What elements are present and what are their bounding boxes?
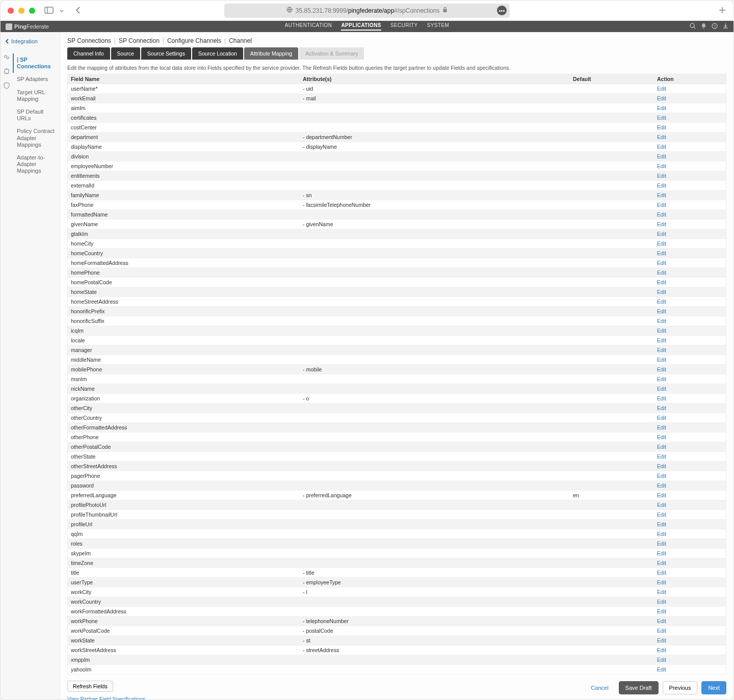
edit-link[interactable]: Edit bbox=[657, 386, 666, 392]
edit-link[interactable]: Edit bbox=[657, 599, 666, 605]
edit-link[interactable]: Edit bbox=[657, 231, 666, 237]
edit-link[interactable]: Edit bbox=[657, 318, 666, 324]
edit-link[interactable]: Edit bbox=[657, 560, 666, 566]
close-window-icon[interactable] bbox=[8, 8, 14, 14]
save-draft-button[interactable]: Save Draft bbox=[619, 681, 659, 694]
edit-link[interactable]: Edit bbox=[657, 415, 666, 421]
edit-link[interactable]: Edit bbox=[657, 424, 666, 430]
search-icon[interactable] bbox=[690, 23, 696, 30]
edit-link[interactable]: Edit bbox=[657, 434, 666, 440]
nav-applications[interactable]: APPLICATIONS bbox=[341, 22, 381, 31]
edit-link[interactable]: Edit bbox=[657, 95, 666, 101]
minimize-window-icon[interactable] bbox=[18, 8, 24, 14]
download-icon[interactable] bbox=[723, 23, 728, 30]
app-logo[interactable]: PingFederate bbox=[6, 23, 49, 30]
sidebar-item-4[interactable]: Policy Contract Adapter Mappings bbox=[13, 125, 60, 151]
edit-link[interactable]: Edit bbox=[657, 192, 666, 198]
bell-icon[interactable] bbox=[701, 23, 706, 30]
edit-link[interactable]: Edit bbox=[657, 270, 666, 276]
edit-link[interactable]: Edit bbox=[657, 163, 666, 169]
cancel-button[interactable]: Cancel bbox=[585, 682, 614, 694]
edit-link[interactable]: Edit bbox=[657, 502, 666, 508]
edit-link[interactable]: Edit bbox=[657, 647, 666, 653]
edit-link[interactable]: Edit bbox=[657, 405, 666, 411]
edit-link[interactable]: Edit bbox=[657, 395, 666, 401]
view-partner-spec-link[interactable]: View Partner Field Specifications bbox=[67, 696, 726, 699]
shield-icon[interactable] bbox=[3, 82, 10, 90]
next-button[interactable]: Next bbox=[701, 681, 726, 694]
edit-link[interactable]: Edit bbox=[657, 289, 666, 295]
edit-link[interactable]: Edit bbox=[657, 570, 666, 576]
previous-button[interactable]: Previous bbox=[663, 681, 698, 694]
edit-link[interactable]: Edit bbox=[657, 182, 666, 189]
edit-link[interactable]: Edit bbox=[657, 618, 666, 624]
edit-link[interactable]: Edit bbox=[657, 173, 666, 179]
edit-link[interactable]: Edit bbox=[657, 337, 666, 343]
adapter-icon[interactable] bbox=[3, 68, 10, 76]
tab-0[interactable]: Channel Info bbox=[67, 47, 110, 60]
edit-link[interactable]: Edit bbox=[657, 637, 666, 643]
tab-1[interactable]: Source bbox=[111, 47, 140, 60]
edit-link[interactable]: Edit bbox=[657, 521, 666, 527]
edit-link[interactable]: Edit bbox=[657, 531, 666, 537]
tab-2[interactable]: Source Settings bbox=[141, 47, 191, 60]
edit-link[interactable]: Edit bbox=[657, 328, 666, 334]
sidebar-item-0[interactable]: | SP Connections bbox=[13, 53, 60, 73]
sidebar-item-2[interactable]: Target URL Mapping bbox=[13, 86, 60, 105]
sidebar-item-1[interactable]: SP Adapters bbox=[13, 73, 60, 86]
edit-link[interactable]: Edit bbox=[657, 211, 666, 218]
sidebar-back[interactable]: Integration bbox=[1, 32, 60, 50]
maximize-window-icon[interactable] bbox=[29, 8, 35, 14]
edit-link[interactable]: Edit bbox=[657, 550, 666, 556]
edit-link[interactable]: Edit bbox=[657, 347, 666, 353]
sidebar-item-5[interactable]: Adapter-to-Adapter Mappings bbox=[13, 151, 60, 178]
edit-link[interactable]: Edit bbox=[657, 608, 666, 614]
edit-link[interactable]: Edit bbox=[657, 260, 666, 266]
url-bar[interactable]: 35.85.231.78:9999/pingfederate/app#/spCo… bbox=[224, 4, 510, 18]
breadcrumb-0[interactable]: SP Connections bbox=[67, 37, 111, 44]
back-icon[interactable] bbox=[75, 6, 81, 15]
edit-link[interactable]: Edit bbox=[657, 444, 666, 450]
edit-link[interactable]: Edit bbox=[657, 579, 666, 585]
edit-link[interactable]: Edit bbox=[657, 279, 666, 285]
edit-link[interactable]: Edit bbox=[657, 124, 666, 130]
edit-link[interactable]: Edit bbox=[657, 357, 666, 363]
edit-link[interactable]: Edit bbox=[657, 541, 666, 547]
edit-link[interactable]: Edit bbox=[657, 628, 666, 634]
edit-link[interactable]: Edit bbox=[657, 308, 666, 314]
new-tab-icon[interactable] bbox=[718, 6, 726, 15]
chevron-down-icon[interactable] bbox=[60, 8, 64, 14]
edit-link[interactable]: Edit bbox=[657, 463, 666, 469]
edit-link[interactable]: Edit bbox=[657, 250, 666, 256]
edit-link[interactable]: Edit bbox=[657, 366, 666, 372]
edit-link[interactable]: Edit bbox=[657, 144, 666, 150]
refresh-fields-button[interactable]: Refresh Fields bbox=[67, 681, 113, 692]
edit-link[interactable]: Edit bbox=[657, 492, 666, 498]
edit-link[interactable]: Edit bbox=[657, 453, 666, 460]
edit-link[interactable]: Edit bbox=[657, 299, 666, 305]
edit-link[interactable]: Edit bbox=[657, 202, 666, 208]
nav-security[interactable]: SECURITY bbox=[390, 22, 418, 31]
breadcrumb-2[interactable]: Configure Channels bbox=[167, 37, 221, 44]
extension-icon[interactable]: ••• bbox=[497, 6, 507, 15]
edit-link[interactable]: Edit bbox=[657, 221, 666, 227]
breadcrumb-1[interactable]: SP Connection bbox=[119, 37, 160, 44]
link-icon[interactable] bbox=[3, 53, 10, 62]
sidebar-item-3[interactable]: SP Default URLs bbox=[13, 105, 60, 125]
edit-link[interactable]: Edit bbox=[657, 105, 666, 111]
edit-link[interactable]: Edit bbox=[657, 376, 666, 382]
tab-4[interactable]: Attribute Mapping bbox=[244, 47, 298, 60]
nav-system[interactable]: SYSTEM bbox=[427, 22, 450, 31]
sidebar-toggle-icon[interactable] bbox=[44, 7, 54, 15]
edit-link[interactable]: Edit bbox=[657, 134, 666, 140]
edit-link[interactable]: Edit bbox=[657, 666, 666, 672]
edit-link[interactable]: Edit bbox=[657, 511, 666, 518]
edit-link[interactable]: Edit bbox=[657, 589, 666, 595]
help-icon[interactable]: ? bbox=[712, 23, 718, 30]
edit-link[interactable]: Edit bbox=[657, 153, 666, 159]
edit-link[interactable]: Edit bbox=[657, 482, 666, 489]
edit-link[interactable]: Edit bbox=[657, 115, 666, 121]
edit-link[interactable]: Edit bbox=[657, 657, 666, 663]
tab-3[interactable]: Source Location bbox=[192, 47, 243, 60]
nav-authentication[interactable]: AUTHENTICATION bbox=[285, 22, 332, 31]
